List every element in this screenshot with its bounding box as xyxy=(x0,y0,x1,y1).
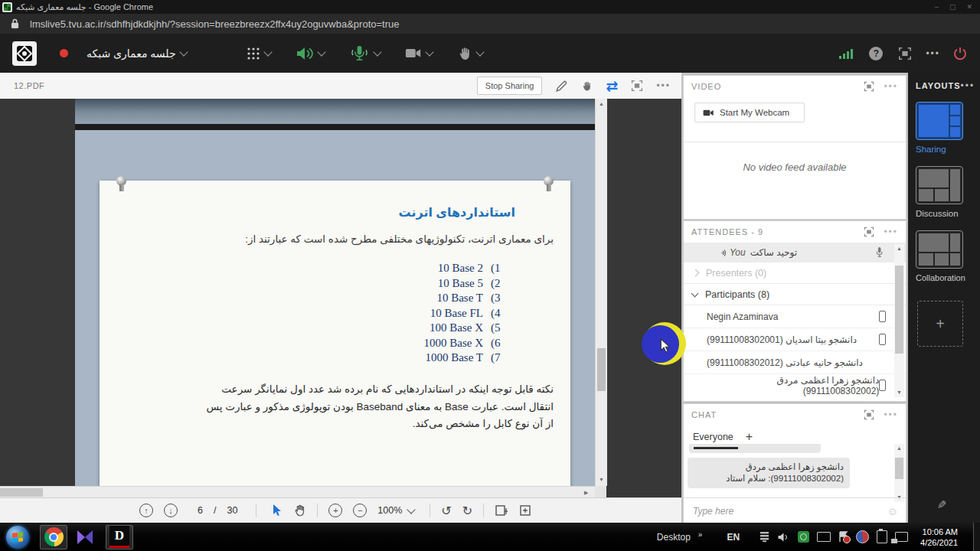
meeting-menu-chevron-icon[interactable] xyxy=(179,47,188,56)
desktop-toolbar-expand-icon[interactable]: » xyxy=(698,530,703,539)
layout-collaboration-thumbnail[interactable] xyxy=(916,230,963,269)
minimize-button[interactable]: – xyxy=(935,3,939,11)
start-button[interactable] xyxy=(6,526,29,549)
tray-network-icon[interactable] xyxy=(895,532,908,542)
pdf-vertical-scrollbar[interactable]: ▲ ▼ xyxy=(595,99,607,486)
layout-discussion-thumbnail[interactable] xyxy=(916,166,963,204)
speaker-button[interactable] xyxy=(296,46,329,61)
redo-icon[interactable]: ↻ xyxy=(462,504,472,518)
stop-sharing-button[interactable]: Stop Sharing xyxy=(477,77,543,95)
attendee-row[interactable]: دانشجو حانیه عبادتی (99111008302012) xyxy=(684,351,906,374)
scrollbar-thumb[interactable] xyxy=(0,488,43,497)
taskbar-chrome-icon[interactable] xyxy=(40,525,67,549)
share-pod-menu-icon[interactable]: ••• xyxy=(656,80,671,91)
scroll-up-icon[interactable]: ▲ xyxy=(897,246,902,251)
scrollbar-thumb[interactable] xyxy=(597,348,606,391)
chat-message: دانشجو زهرا اعظمی مردق (99111008302002):… xyxy=(688,458,850,488)
show-desktop-button[interactable] xyxy=(973,523,980,551)
chat-tab-everyone[interactable]: Everyone xyxy=(693,432,733,442)
layout-collaboration-label[interactable]: Collaboration xyxy=(916,273,980,282)
pointer-hand-icon[interactable] xyxy=(581,80,593,93)
microphone-icon[interactable] xyxy=(874,246,884,259)
switch-share-icon[interactable]: ⇄ xyxy=(606,77,618,94)
zoom-in-button[interactable]: + xyxy=(328,504,342,517)
next-page-button[interactable]: ↓ xyxy=(164,504,178,517)
phone-icon xyxy=(879,334,886,345)
chat-input[interactable]: Type here ☺ xyxy=(684,497,906,523)
pan-tool-icon[interactable] xyxy=(293,504,306,517)
maximize-button[interactable]: ▢ xyxy=(949,3,956,11)
layout-discussion-label[interactable]: Discussion xyxy=(916,209,980,218)
layout-sharing-label[interactable]: Sharing xyxy=(916,145,980,154)
pod-fullscreen-icon[interactable] xyxy=(864,409,874,420)
select-tool-icon[interactable] xyxy=(272,504,283,517)
page-separator: / xyxy=(214,505,216,516)
scroll-up-icon[interactable]: ▲ xyxy=(897,445,902,451)
tray-volume-icon[interactable] xyxy=(777,532,790,543)
fit-page-icon[interactable] xyxy=(519,504,531,517)
add-layout-button[interactable]: + xyxy=(917,301,963,347)
connection-status-icon[interactable] xyxy=(838,47,854,60)
fullscreen-button[interactable] xyxy=(898,47,912,60)
pod-fullscreen-icon[interactable] xyxy=(631,80,643,92)
tray-app-icon[interactable] xyxy=(760,531,769,543)
pod-menu-icon[interactable]: ••• xyxy=(884,227,898,237)
pdf-horizontal-scrollbar[interactable]: ▶ xyxy=(0,486,595,497)
presenters-group-row[interactable]: Presenters (0) xyxy=(684,262,906,284)
language-indicator[interactable]: EN xyxy=(727,532,740,543)
previous-page-button[interactable]: ↑ xyxy=(139,504,153,517)
pods-menu-button[interactable] xyxy=(247,47,276,60)
attendee-row[interactable]: Negin Azaminava xyxy=(684,305,906,328)
pod-fullscreen-icon[interactable] xyxy=(864,227,874,237)
overflow-menu-button[interactable]: ••• xyxy=(926,48,940,59)
close-button[interactable]: ✕ xyxy=(966,3,972,11)
edit-layouts-pencil-icon[interactable]: ✎ xyxy=(937,498,947,512)
scroll-up-icon[interactable]: ▲ xyxy=(599,101,604,106)
mouse-cursor-icon xyxy=(660,338,672,354)
chat-scrollbar[interactable]: ▲ ▼ xyxy=(894,444,904,502)
current-page[interactable]: 6 xyxy=(198,505,203,516)
scrollbar-thumb[interactable] xyxy=(895,266,903,354)
emoji-icon[interactable]: ☺ xyxy=(887,505,898,517)
webcam-button[interactable] xyxy=(405,47,437,59)
raise-hand-button[interactable] xyxy=(457,46,488,61)
zoom-out-button[interactable]: − xyxy=(353,504,367,517)
taskbar-dlink-icon[interactable]: D xyxy=(106,525,133,549)
attendee-row[interactable]: دانشجو بیتا اسدیان (99111008302001) xyxy=(684,328,906,351)
taskbar-clock[interactable]: 10:06 AM 4/26/2021 xyxy=(920,527,958,548)
participants-group-row[interactable]: Participants (8) xyxy=(684,284,906,305)
tray-green-app-icon[interactable] xyxy=(798,531,809,543)
scroll-down-icon[interactable]: ▼ xyxy=(599,477,604,482)
microphone-button[interactable] xyxy=(349,45,385,62)
zoom-level-select[interactable]: 100% xyxy=(377,505,419,516)
leave-meeting-button[interactable] xyxy=(952,46,968,61)
list-item: 10 Base FL(4 xyxy=(388,306,511,321)
tray-idm-icon[interactable] xyxy=(856,530,869,543)
start-webcam-button[interactable]: Start My Webcam xyxy=(694,103,805,122)
pod-menu-icon[interactable]: ••• xyxy=(884,409,898,420)
new-chat-tab-button[interactable]: + xyxy=(746,430,753,444)
desktop-toolbar-label[interactable]: Desktop xyxy=(657,532,691,543)
address-bar[interactable]: lmslive5.tvu.ac.ir/sdhfhjdkdkjhh/?sessio… xyxy=(0,14,980,34)
tray-action-center-icon[interactable] xyxy=(838,531,848,543)
undo-icon[interactable]: ↺ xyxy=(441,504,451,518)
help-button[interactable]: ? xyxy=(869,47,883,60)
taskbar-kmplayer-icon[interactable] xyxy=(72,526,98,549)
chevron-down-icon xyxy=(407,505,416,514)
scroll-down-icon[interactable]: ▼ xyxy=(897,390,902,395)
attendee-row[interactable]: دانشجو زهرا اعظمی مردق (99111008302002) xyxy=(684,374,906,396)
pod-fullscreen-icon[interactable] xyxy=(864,81,874,92)
fit-width-icon[interactable] xyxy=(495,504,508,517)
attendees-scrollbar[interactable]: ▲ ▼ xyxy=(894,244,904,397)
tray-clipboard-icon[interactable] xyxy=(877,530,887,543)
draw-pencil-icon[interactable] xyxy=(555,80,568,93)
pod-menu-icon[interactable]: ••• xyxy=(884,81,898,92)
layout-sharing-thumbnail[interactable] xyxy=(916,102,963,140)
adobe-connect-logo-icon[interactable] xyxy=(12,41,37,66)
scroll-right-icon[interactable]: ▶ xyxy=(584,490,588,495)
no-video-message: No video feed available xyxy=(684,161,906,173)
active-speaker-row[interactable]: You توحید ساکت xyxy=(684,243,906,262)
tray-display-icon[interactable] xyxy=(817,532,831,542)
scrollbar-thumb[interactable] xyxy=(895,458,903,479)
layouts-menu-icon[interactable]: ••• xyxy=(961,80,975,91)
